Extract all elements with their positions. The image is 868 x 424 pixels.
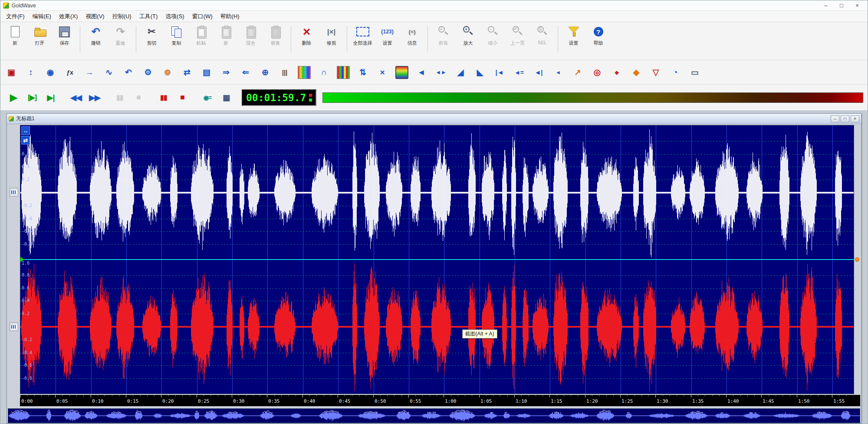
copy-button[interactable]: 复制 bbox=[164, 24, 188, 46]
cue-end-icon[interactable]: ◄| bbox=[532, 66, 545, 79]
cue-start-icon[interactable]: |◄ bbox=[493, 66, 506, 79]
fade-out-icon[interactable]: ◣ bbox=[473, 66, 487, 79]
menu-help[interactable]: 帮助(H) bbox=[217, 11, 243, 22]
rewind-button[interactable]: ◀◀ bbox=[67, 90, 85, 105]
play-all-button[interactable]: ▶| bbox=[42, 90, 59, 105]
save-button[interactable]: 保存 bbox=[53, 24, 76, 46]
minor-tick bbox=[260, 395, 260, 396]
stop-button[interactable]: ■ bbox=[130, 90, 147, 105]
fade-in-icon[interactable]: ◢ bbox=[454, 66, 467, 79]
control-properties-icon[interactable]: ▣ bbox=[5, 66, 18, 79]
menu-options[interactable]: 选项(S) bbox=[161, 11, 188, 22]
expression-evaluator-icon[interactable]: ƒx bbox=[63, 66, 76, 79]
channel-exchange-icon[interactable]: ⇄ bbox=[181, 66, 194, 79]
pitch-icon[interactable]: ⇒ bbox=[220, 66, 233, 79]
menu-file[interactable]: 文件(F) bbox=[2, 11, 29, 22]
document-minimize-button[interactable]: – bbox=[831, 115, 839, 122]
zoom-selection-button[interactable]: SSEL bbox=[530, 24, 554, 45]
zoom-previous-button[interactable]: ↶上一页 bbox=[506, 24, 529, 46]
play-button[interactable]: ▶ bbox=[5, 90, 22, 105]
compressor-icon[interactable]: ⇅ bbox=[356, 66, 369, 79]
mechanize-icon[interactable]: ⚙ bbox=[141, 66, 155, 79]
document-close-button[interactable]: × bbox=[851, 115, 859, 122]
play-selection-button[interactable]: [▶] bbox=[23, 90, 41, 105]
balance-icon[interactable]: ◄► bbox=[434, 66, 447, 79]
cut-button[interactable]: ✂剪切 bbox=[140, 24, 164, 46]
minor-tick bbox=[641, 395, 642, 396]
menu-edit[interactable]: 编辑(E) bbox=[29, 11, 55, 22]
pause-button[interactable]: ▮▮ bbox=[111, 90, 128, 105]
dynamics-icon[interactable]: ◉ bbox=[44, 66, 57, 79]
fast-forward-button[interactable]: ▶▶ bbox=[86, 90, 103, 105]
window-close-button[interactable]: × bbox=[849, 1, 865, 10]
reverse-icon[interactable]: ⇐ bbox=[239, 66, 252, 79]
cue-marker-icon[interactable]: ◆ bbox=[630, 66, 643, 79]
paste-new-button[interactable]: 新 bbox=[214, 24, 238, 46]
left-channel-button[interactable] bbox=[10, 188, 18, 197]
open-button[interactable]: 打开 bbox=[28, 24, 52, 46]
menu-tool[interactable]: 工具(T) bbox=[135, 11, 162, 22]
window-maximize-button[interactable]: □ bbox=[834, 1, 849, 10]
spectrum-icon[interactable] bbox=[298, 66, 311, 79]
cue-point-icon[interactable]: ◆ bbox=[610, 66, 623, 79]
shape-volume-icon[interactable]: ▤ bbox=[200, 66, 213, 79]
horizontal-scroll-icon[interactable]: ↔ bbox=[21, 126, 30, 135]
invert-icon[interactable]: ↶ bbox=[122, 66, 135, 79]
menu-effect[interactable]: 效果(X) bbox=[55, 11, 82, 22]
echo-icon[interactable]: ⊚ bbox=[161, 66, 174, 79]
ramp-icon[interactable]: ↗ bbox=[571, 66, 584, 79]
filter-bank-icon[interactable] bbox=[337, 66, 350, 79]
cue-back-icon[interactable]: ◄= bbox=[513, 66, 526, 79]
undo-button[interactable]: ↶撤销 bbox=[84, 24, 108, 46]
video-display-icon[interactable] bbox=[395, 66, 408, 79]
record-button[interactable]: ■ bbox=[174, 90, 191, 105]
help-button[interactable]: ?帮助 bbox=[586, 24, 610, 46]
status-balloon-icon[interactable]: ▭ bbox=[688, 66, 701, 79]
new-button[interactable]: 新 bbox=[3, 24, 27, 46]
menu-view[interactable]: 视图(V) bbox=[82, 11, 108, 22]
offset-icon[interactable]: → bbox=[83, 66, 96, 79]
equalizer-icon[interactable]: ||| bbox=[278, 66, 291, 79]
waveform-canvas[interactable] bbox=[20, 125, 854, 394]
select-all-button[interactable]: 全部选择 bbox=[351, 24, 375, 46]
document-restore-button[interactable]: □ bbox=[841, 115, 849, 122]
waveform-area[interactable]: ↔⇄ 截图(Alt + A) bbox=[20, 125, 854, 394]
minor-tick bbox=[804, 395, 804, 396]
menu-window[interactable]: 窗口(W) bbox=[188, 11, 217, 22]
overview-strip[interactable] bbox=[8, 408, 860, 423]
settings-button[interactable]: 设置 bbox=[562, 24, 585, 46]
zoom-all-button[interactable]: ×所有 bbox=[431, 24, 455, 46]
channel-swap-icon[interactable]: ⇄ bbox=[21, 136, 30, 145]
right-channel-button[interactable] bbox=[10, 322, 18, 331]
set-button[interactable]: {123}设置 bbox=[375, 24, 399, 46]
delete-button[interactable]: ×删除 bbox=[295, 24, 319, 46]
expander-icon[interactable]: × bbox=[376, 66, 389, 79]
zoom-out-button[interactable]: −缩小 bbox=[481, 24, 505, 46]
paste-button[interactable]: 粘贴 bbox=[189, 24, 213, 46]
selection-marker[interactable] bbox=[855, 257, 859, 262]
replace-button[interactable]: 替换 bbox=[263, 24, 287, 46]
mix-button[interactable]: 混合 bbox=[239, 24, 263, 46]
noise-gate-icon[interactable]: ∩ bbox=[317, 66, 330, 79]
minor-tick bbox=[154, 395, 155, 396]
info-button[interactable]: (≡)信息 bbox=[400, 24, 424, 46]
flanger-icon[interactable]: ∿ bbox=[102, 66, 115, 79]
document-titlebar[interactable]: 无标题1 – □ × bbox=[7, 114, 861, 124]
zoom-in-button[interactable]: +放大 bbox=[456, 24, 480, 46]
window-minimize-button[interactable]: – bbox=[818, 1, 834, 10]
redo-button[interactable]: ↷重做 bbox=[108, 24, 132, 46]
doppler-icon[interactable]: ↕ bbox=[24, 66, 37, 79]
comment-balloon-icon[interactable]: ◎ bbox=[591, 66, 604, 79]
cue-small-icon[interactable]: ◄ bbox=[552, 66, 565, 79]
clock-icon[interactable]: ◔ bbox=[669, 66, 682, 79]
time-warp-icon[interactable]: ⊕ bbox=[259, 66, 272, 79]
record-options-button[interactable]: ◉= bbox=[199, 90, 216, 105]
filter-funnel-icon[interactable]: ▽ bbox=[649, 66, 662, 79]
volume-icon[interactable]: ◄ bbox=[415, 66, 428, 79]
record-pause-button[interactable]: ▮▮ bbox=[155, 90, 172, 105]
time-axis[interactable]: 0:000:050:100:150:200:250:300:350:400:45… bbox=[20, 395, 860, 406]
menu-control[interactable]: 控制(U) bbox=[108, 11, 135, 22]
trim-button[interactable]: |×|修剪 bbox=[319, 24, 343, 46]
time-tick bbox=[797, 395, 797, 398]
monitor-button[interactable]: ▦ bbox=[217, 90, 235, 105]
